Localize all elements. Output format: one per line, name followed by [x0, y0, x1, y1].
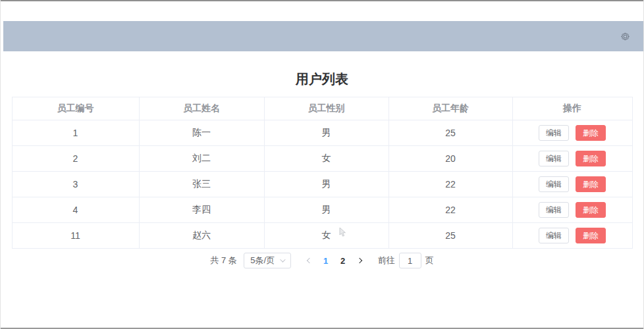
cell-employee-gender: 男: [264, 172, 389, 197]
cell-employee-age: 22: [389, 172, 512, 197]
column-header-employee-id: 员工编号: [12, 97, 139, 120]
goto-suffix: 页: [425, 255, 434, 266]
page-title: 用户列表: [1, 71, 643, 87]
cell-employee-name: 李四: [139, 197, 264, 223]
main-content: 用户列表 员工编号 员工姓名 员工性别 员工年龄 操作 1 陈一 男 25 编辑…: [1, 51, 643, 269]
cell-employee-id: 11: [12, 223, 139, 249]
table-header-row: 员工编号 员工姓名 员工性别 员工年龄 操作: [12, 97, 632, 120]
cell-employee-id: 2: [12, 146, 139, 172]
chevron-down-icon: [280, 257, 285, 262]
cell-employee-name: 刘二: [139, 146, 264, 172]
chevron-right-icon: [356, 258, 362, 263]
pagination-bar: 共 7 条 5条/页 1 2 前往 页: [1, 252, 643, 269]
cell-employee-id: 3: [12, 172, 139, 197]
user-table: 员工编号 员工姓名 员工性别 员工年龄 操作 1 陈一 男 25 编辑 删除 2…: [12, 97, 633, 249]
cell-employee-id: 1: [12, 120, 139, 146]
page-number-1[interactable]: 1: [317, 253, 335, 268]
edit-button[interactable]: 编辑: [539, 125, 569, 141]
window-top-edge: [1, 0, 643, 1]
goto-label: 前往: [378, 255, 395, 266]
cell-employee-name: 张三: [139, 172, 264, 197]
mouse-cursor-icon: [339, 227, 347, 238]
page-number-2[interactable]: 2: [335, 253, 352, 268]
delete-button[interactable]: 删除: [576, 202, 606, 218]
edit-button[interactable]: 编辑: [539, 202, 569, 218]
page-size-value: 5条/页: [250, 255, 275, 266]
edit-button[interactable]: 编辑: [539, 176, 569, 192]
cell-employee-age: 22: [389, 197, 512, 223]
page-size-select[interactable]: 5条/页: [244, 253, 291, 268]
edit-button[interactable]: 编辑: [539, 151, 569, 166]
cell-employee-age: 25: [389, 223, 512, 249]
goto-page-input[interactable]: [399, 253, 421, 268]
edit-button[interactable]: 编辑: [539, 228, 569, 243]
table-row: 3 张三 男 22 编辑 删除: [12, 172, 632, 197]
column-header-employee-gender: 员工性别: [264, 97, 389, 120]
table-row: 1 陈一 男 25 编辑 删除: [12, 120, 632, 146]
cell-employee-gender: 女: [264, 223, 389, 249]
column-header-actions: 操作: [512, 97, 632, 120]
delete-button[interactable]: 删除: [576, 176, 606, 192]
cell-employee-id: 4: [12, 197, 139, 223]
next-page-button[interactable]: [352, 253, 367, 268]
pagination-jumper: 前往 页: [378, 253, 434, 268]
delete-button[interactable]: 删除: [576, 228, 606, 243]
cell-employee-name: 陈一: [139, 120, 264, 146]
cell-employee-name: 赵六: [139, 223, 264, 249]
pagination-total: 共 7 条: [210, 255, 236, 266]
table-row: 11 赵六 女 25 编辑 删除: [12, 223, 632, 249]
gear-icon[interactable]: [620, 32, 630, 41]
cell-employee-gender: 女: [264, 146, 389, 172]
chevron-left-icon: [306, 258, 311, 263]
table-row: 2 刘二 女 20 编辑 删除: [12, 146, 632, 172]
delete-button[interactable]: 删除: [576, 125, 606, 141]
cell-employee-age: 20: [389, 146, 512, 172]
delete-button[interactable]: 删除: [576, 151, 606, 166]
cell-employee-gender: 男: [264, 197, 389, 223]
column-header-employee-name: 员工姓名: [139, 97, 264, 120]
cell-employee-age: 25: [389, 120, 512, 146]
prev-page-button[interactable]: [302, 253, 317, 268]
column-header-employee-age: 员工年龄: [389, 97, 512, 120]
app-header-bar: [3, 21, 643, 51]
cell-employee-gender: 男: [264, 120, 389, 146]
table-row: 4 李四 男 22 编辑 删除: [12, 197, 632, 223]
